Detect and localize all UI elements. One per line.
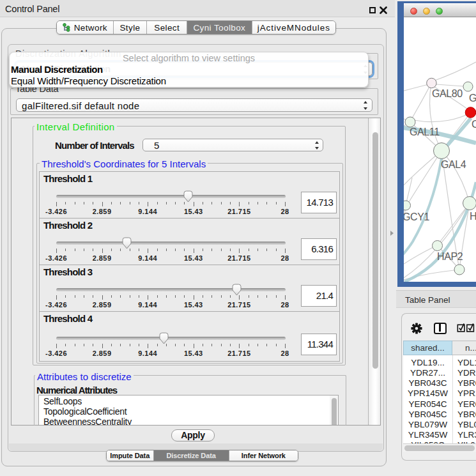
svg-text:GCY1: GCY1 (404, 211, 429, 222)
svg-text:GAL11: GAL11 (410, 127, 440, 137)
svg-text:GAL4: GAL4 (441, 159, 466, 170)
svg-text:C: C (472, 119, 476, 130)
svg-text:H: H (470, 211, 476, 222)
svg-text:HAP2: HAP2 (437, 251, 463, 262)
svg-text:GAL80: GAL80 (432, 88, 463, 99)
svg-text:G..: G.. (469, 93, 476, 104)
